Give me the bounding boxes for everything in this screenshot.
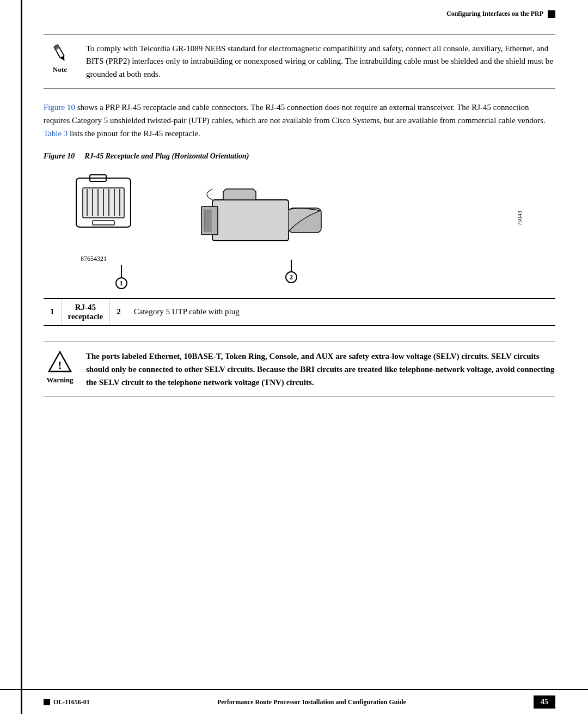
receptacle-svg [71, 173, 142, 252]
svg-text:!: ! [58, 358, 62, 372]
svg-rect-19 [204, 210, 206, 231]
table-row: 1 RJ-45 receptacle 2 Category 5 UTP cabl… [44, 298, 555, 326]
svg-marker-1 [60, 56, 66, 62]
warning-triangle-icon: ! [48, 350, 72, 374]
callout-2: 2 [285, 271, 297, 283]
figure-caption: Figure 10 RJ-45 Receptacle and Plug (Hor… [44, 152, 555, 161]
svg-rect-20 [207, 210, 209, 231]
header-square-icon [548, 10, 555, 18]
table-cell-desc2: Category 5 UTP cable with plug [127, 298, 555, 326]
body-paragraph: Figure 10 shows a PRP RJ-45 receptacle a… [44, 101, 555, 140]
body-text-1: shows a PRP RJ-45 receptacle and cable c… [44, 103, 546, 125]
header-title: Configuring Interfaces on the PRP [446, 10, 555, 18]
svg-rect-14 [93, 221, 114, 225]
note-section: Note To comply with Telcordia GR-1089 NE… [44, 34, 555, 89]
table-cell-num2: 2 [110, 298, 127, 326]
figure-title: RJ-45 Receptacle and Plug (Horizontal Or… [84, 152, 249, 161]
left-bar [21, 0, 22, 714]
footer-left-square-icon [44, 699, 50, 705]
main-content: Note To comply with Telcordia GR-1089 NE… [0, 23, 588, 689]
callout-table: 1 RJ-45 receptacle 2 Category 5 UTP cabl… [44, 298, 555, 326]
plug-svg [169, 167, 343, 263]
svg-rect-17 [212, 200, 289, 241]
footer-doc-num: OL-11656-01 [44, 698, 90, 706]
warning-section: ! Warning The ports labeled Ethernet, 10… [44, 341, 555, 397]
note-pencil-icon [50, 42, 70, 63]
figure-number: Figure 10 [44, 152, 75, 161]
page-header: Configuring Interfaces on the PRP [0, 0, 588, 23]
note-text: To comply with Telcordia GR-1089 NEBS st… [86, 42, 555, 81]
table-3-link[interactable]: Table 3 [44, 129, 68, 138]
table-cell-num1: 1 [44, 298, 61, 326]
figure-drawing: 87654321 1 [54, 167, 555, 292]
callout2-arrow-svg [291, 259, 292, 271]
note-label: Note [53, 65, 67, 74]
rj45-plug-drawing: 2 [169, 167, 343, 283]
table-cell-desc1: RJ-45 receptacle [61, 298, 110, 326]
callout-1: 1 [115, 277, 127, 289]
page: Configuring Interfaces on the PRP [0, 0, 588, 714]
callout1-arrow-svg [121, 265, 122, 277]
footer-title: Performance Route Processor Installation… [90, 698, 534, 706]
warning-label: Warning [46, 376, 73, 385]
diagram-id: 75043 [516, 211, 523, 226]
rj45-receptacle-drawing: 87654321 1 [71, 173, 142, 289]
warning-text: The ports labeled Ethernet, 10BASE-T, To… [86, 350, 555, 389]
note-icon-col: Note [44, 42, 76, 74]
warning-icon-col: ! Warning [44, 350, 76, 385]
footer-doc-num-text: OL-11656-01 [53, 698, 90, 706]
footer-page-num: 45 [534, 695, 555, 709]
figure-10-link[interactable]: Figure 10 [44, 103, 75, 112]
body-text-2: lists the pinout for the RJ-45 receptacl… [68, 129, 200, 138]
svg-rect-21 [210, 210, 211, 231]
page-footer: OL-11656-01 Performance Route Processor … [0, 689, 588, 714]
pin-label: 87654321 [81, 255, 142, 263]
header-text: Configuring Interfaces on the PRP [446, 10, 543, 18]
